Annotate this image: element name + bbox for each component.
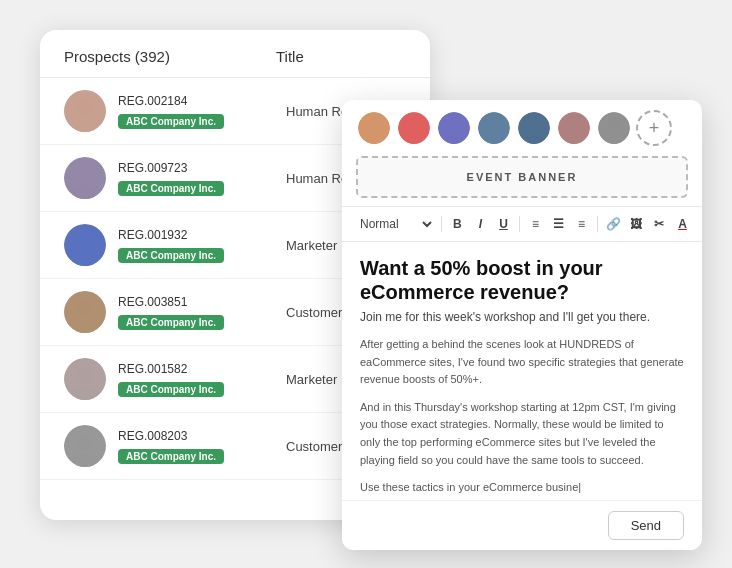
avatars-row: +: [342, 100, 702, 156]
prospect-info: REG.001932 ABC Company Inc.: [118, 228, 286, 263]
italic-button[interactable]: I: [471, 213, 490, 235]
prospect-avatar: [64, 291, 106, 333]
prospect-reg: REG.009723: [118, 161, 286, 175]
avatar-5[interactable]: [516, 110, 552, 146]
svg-point-22: [408, 118, 420, 130]
prospect-badge: ABC Company Inc.: [118, 248, 224, 263]
event-banner: EVENT BANNER: [356, 156, 688, 198]
svg-point-4: [77, 166, 93, 182]
event-banner-text: EVENT BANNER: [467, 171, 578, 183]
prospect-avatar: [64, 425, 106, 467]
image-button[interactable]: 🖼: [627, 213, 646, 235]
svg-point-7: [77, 233, 93, 249]
avatar-1[interactable]: [356, 110, 392, 146]
prospect-reg: REG.002184: [118, 94, 286, 108]
toolbar-divider-3: [597, 216, 598, 232]
prospect-avatar: [64, 90, 106, 132]
svg-point-16: [77, 434, 93, 450]
prospect-badge: ABC Company Inc.: [118, 315, 224, 330]
prospect-info: REG.009723 ABC Company Inc.: [118, 161, 286, 196]
prospect-reg: REG.001932: [118, 228, 286, 242]
prospect-info: REG.001582 ABC Company Inc.: [118, 362, 286, 397]
underline-button[interactable]: U: [494, 213, 513, 235]
prospect-info: REG.008203 ABC Company Inc.: [118, 429, 286, 464]
svg-point-34: [568, 118, 580, 130]
toolbar-divider-2: [519, 216, 520, 232]
avatar-4[interactable]: [476, 110, 512, 146]
font-color-button[interactable]: A: [673, 213, 692, 235]
prospect-avatar: [64, 358, 106, 400]
prospect-badge: ABC Company Inc.: [118, 181, 224, 196]
email-body-p2: And in this Thursday's workshop starting…: [360, 399, 684, 469]
send-row: Send: [342, 500, 702, 550]
svg-point-25: [448, 118, 460, 130]
avatar-3[interactable]: [436, 110, 472, 146]
composer-panel: + EVENT BANNER Normal Heading 1 Heading …: [342, 100, 702, 550]
email-body-p1: After getting a behind the scenes look a…: [360, 336, 684, 389]
prospect-info: REG.002184 ABC Company Inc.: [118, 94, 286, 129]
bold-button[interactable]: B: [448, 213, 467, 235]
prospects-header: Prospects (392) Title: [40, 30, 430, 78]
avatar-7[interactable]: [596, 110, 632, 146]
ordered-list-button[interactable]: ≡: [526, 213, 545, 235]
editor-toolbar: Normal Heading 1 Heading 2 B I U ≡ ☰ ≡ 🔗…: [342, 206, 702, 242]
prospect-avatar: [64, 157, 106, 199]
avatar-6[interactable]: [556, 110, 592, 146]
prospect-reg: REG.001582: [118, 362, 286, 376]
avatar-2[interactable]: [396, 110, 432, 146]
prospects-col2-label: Title: [276, 48, 406, 65]
email-body: After getting a behind the scenes look a…: [360, 336, 684, 497]
svg-point-13: [77, 367, 93, 383]
add-avatar-button[interactable]: +: [636, 110, 672, 146]
prospect-badge: ABC Company Inc.: [118, 114, 224, 129]
svg-point-37: [608, 118, 620, 130]
send-button[interactable]: Send: [608, 511, 684, 540]
style-select[interactable]: Normal Heading 1 Heading 2: [352, 214, 435, 234]
toolbar-divider-1: [441, 216, 442, 232]
email-heading: Want a 50% boost in your eCommerce reven…: [360, 256, 684, 304]
svg-point-1: [77, 99, 93, 115]
svg-point-31: [528, 118, 540, 130]
align-button[interactable]: ≡: [572, 213, 591, 235]
prospect-avatar: [64, 224, 106, 266]
svg-point-19: [368, 118, 380, 130]
unordered-list-button[interactable]: ☰: [549, 213, 568, 235]
link-button[interactable]: 🔗: [604, 213, 623, 235]
prospect-reg: REG.003851: [118, 295, 286, 309]
svg-point-28: [488, 118, 500, 130]
email-subheading: Join me for this week's workshop and I'l…: [360, 310, 684, 324]
prospect-badge: ABC Company Inc.: [118, 449, 224, 464]
prospect-info: REG.003851 ABC Company Inc.: [118, 295, 286, 330]
prospect-reg: REG.008203: [118, 429, 286, 443]
prospect-badge: ABC Company Inc.: [118, 382, 224, 397]
editor-content[interactable]: Want a 50% boost in your eCommerce reven…: [342, 242, 702, 500]
prospects-title: Prospects (392): [64, 48, 276, 65]
svg-point-10: [77, 300, 93, 316]
email-body-p3: Use these tactics in your eCommerce busi…: [360, 479, 684, 497]
cut-button[interactable]: ✂: [650, 213, 669, 235]
